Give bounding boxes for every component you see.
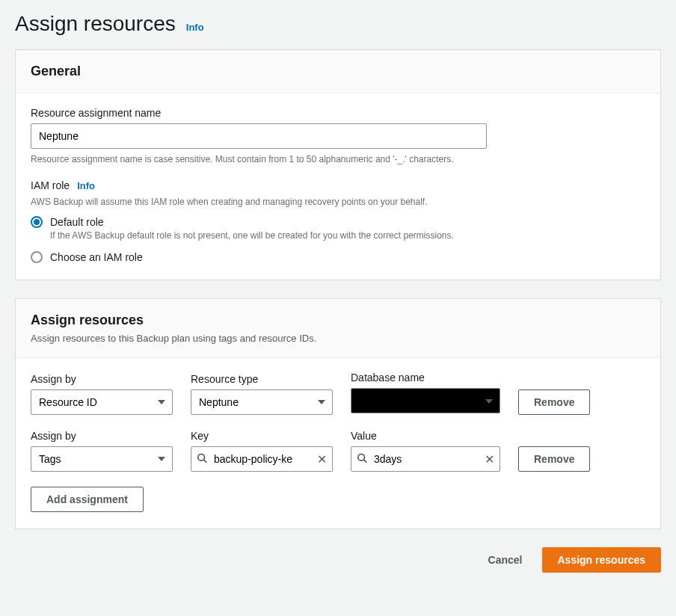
value-label: Value <box>351 430 500 442</box>
radio-default-role-hint: If the AWS Backup default role is not pr… <box>50 230 645 241</box>
resource-type-select[interactable]: Neptune <box>191 389 333 415</box>
svg-point-2 <box>358 454 365 461</box>
remove-button[interactable]: Remove <box>518 389 590 415</box>
assign-by-label: Assign by <box>31 373 173 385</box>
svg-line-3 <box>364 460 367 463</box>
cancel-button[interactable]: Cancel <box>476 547 535 573</box>
assign-heading: Assign resources <box>31 312 645 328</box>
remove-button[interactable]: Remove <box>518 446 590 472</box>
radio-default-role[interactable] <box>31 216 43 228</box>
radio-default-role-label[interactable]: Default role <box>50 216 104 228</box>
assign-resources-button[interactable]: Assign resources <box>542 547 662 573</box>
radio-choose-iam[interactable] <box>31 251 43 263</box>
svg-point-0 <box>198 454 205 461</box>
resource-type-label: Resource type <box>191 373 333 385</box>
clear-icon[interactable]: ✕ <box>317 452 327 466</box>
info-link[interactable]: Info <box>186 22 204 33</box>
assignment-row: Assign by Tags Key ✕ Value <box>31 430 645 472</box>
key-label: Key <box>191 430 333 442</box>
assign-panel-header: Assign resources Assign resources to thi… <box>16 299 660 358</box>
assign-panel: Assign resources Assign resources to thi… <box>15 298 661 529</box>
assignment-row: Assign by Resource ID Resource type Nept… <box>31 372 645 415</box>
database-name-select[interactable] <box>351 388 500 413</box>
resource-name-label: Resource assignment name <box>31 107 645 119</box>
add-assignment-button[interactable]: Add assignment <box>31 487 144 512</box>
assign-by-select-tags[interactable]: Tags <box>31 446 173 472</box>
database-name-label: Database name <box>351 372 500 384</box>
assign-desc: Assign resources to this Backup plan usi… <box>31 333 645 344</box>
search-icon <box>197 452 207 465</box>
iam-role-label: IAM role <box>31 179 70 191</box>
general-heading: General <box>31 64 645 79</box>
svg-line-1 <box>204 460 207 463</box>
assign-by-select[interactable]: Resource ID <box>31 389 173 415</box>
page-title: Assign resources <box>15 12 176 36</box>
resource-name-hint: Resource assignment name is case sensiti… <box>31 153 645 166</box>
iam-role-desc: AWS Backup will assume this IAM role whe… <box>31 196 645 209</box>
assign-by-label: Assign by <box>31 430 173 442</box>
tag-value-input[interactable] <box>351 446 500 472</box>
resource-name-input[interactable] <box>31 123 487 149</box>
radio-choose-iam-label[interactable]: Choose an IAM role <box>50 251 143 263</box>
search-icon <box>357 452 367 465</box>
general-panel: General Resource assignment name Resourc… <box>15 49 661 280</box>
clear-icon[interactable]: ✕ <box>485 452 494 466</box>
tag-key-input[interactable] <box>191 446 333 472</box>
iam-info-link[interactable]: Info <box>77 180 95 191</box>
general-panel-header: General <box>16 50 660 93</box>
